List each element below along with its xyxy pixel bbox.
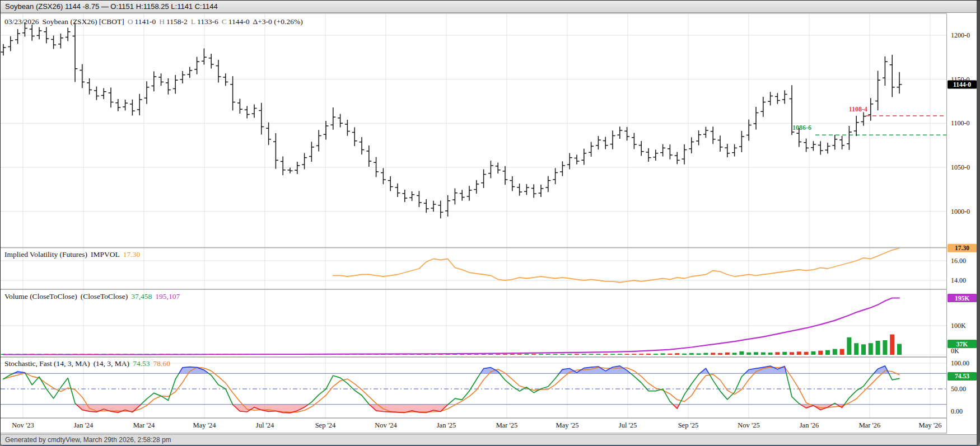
svg-text:Sep '25: Sep '25: [678, 421, 699, 429]
svg-text:Jul '25: Jul '25: [619, 421, 637, 429]
app-window: Soybean (ZSX26) 1144 -8.75 — O:1151 H:11…: [0, 0, 980, 446]
svg-text:Mar '26: Mar '26: [859, 421, 881, 429]
window-title-bar[interactable]: Soybean (ZSX26) 1144 -8.75 — O:1151 H:11…: [1, 1, 980, 13]
svg-text:0.00: 0.00: [951, 407, 963, 415]
svg-text:Sep '24: Sep '24: [315, 421, 336, 429]
svg-text:May '24: May '24: [193, 421, 217, 429]
svg-text:1144-0: 1144-0: [953, 81, 971, 88]
open-interest-badge: 195K: [948, 294, 977, 302]
implied-volatility-line: [333, 248, 899, 282]
volume-badge: 37K: [948, 340, 977, 348]
svg-text:1200-0: 1200-0: [951, 31, 970, 39]
price-bars: [1, 22, 902, 218]
last-price-badge: 1144-0: [948, 81, 977, 89]
svg-text:195K: 195K: [955, 295, 969, 302]
svg-text:37K: 37K: [956, 341, 968, 348]
svg-text:100K: 100K: [951, 322, 966, 330]
svg-text:1100-0: 1100-0: [951, 119, 970, 127]
window-right-edge[interactable]: [977, 1, 980, 446]
volume-bars: [1, 335, 902, 355]
svg-text:Nov '25: Nov '25: [738, 421, 759, 429]
svg-text:50.00: 50.00: [951, 385, 966, 393]
svg-text:1108-4: 1108-4: [849, 105, 867, 113]
svg-text:16.00: 16.00: [951, 257, 966, 265]
svg-text:May '25: May '25: [556, 421, 579, 429]
stochastic-plot: [1, 366, 946, 413]
x-axis-labels: Nov '23Jan '24Mar '24May '24Jul '24Sep '…: [12, 421, 941, 429]
svg-text:17.30: 17.30: [955, 245, 969, 251]
status-bar: Generated by cmdtyView, March 29th 2026,…: [1, 434, 980, 445]
svg-text:0K: 0K: [951, 347, 959, 355]
svg-text:14.00: 14.00: [951, 276, 966, 284]
svg-text:Jul '24: Jul '24: [256, 421, 274, 429]
svg-text:100.00: 100.00: [951, 359, 969, 367]
svg-text:Jan '26: Jan '26: [800, 421, 819, 429]
svg-text:Mar '25: Mar '25: [496, 421, 518, 429]
status-text: Generated by cmdtyView, March 29th 2026,…: [5, 436, 171, 444]
open-interest-line: [3, 298, 899, 355]
svg-text:1000-0: 1000-0: [951, 208, 970, 215]
svg-text:1050-0: 1050-0: [951, 163, 970, 171]
svg-text:Nov '23: Nov '23: [12, 421, 34, 429]
iv-badge: 17.30: [948, 244, 977, 252]
svg-text:1086-6: 1086-6: [792, 124, 811, 132]
stochastic-badge: 74.53: [948, 372, 977, 381]
chart-svg[interactable]: 1108-41086-61200-01150-01100-01050-01000…: [1, 13, 980, 434]
svg-text:May '26: May '26: [919, 421, 942, 429]
svg-text:Jan '24: Jan '24: [74, 421, 94, 429]
svg-text:74.53: 74.53: [955, 373, 969, 379]
chart-region[interactable]: 1108-41086-61200-01150-01100-01050-01000…: [1, 13, 980, 434]
svg-text:Nov '24: Nov '24: [375, 421, 397, 429]
window-title: Soybean (ZSX26) 1144 -8.75 — O:1151 H:11…: [5, 2, 218, 11]
svg-text:Mar '24: Mar '24: [133, 421, 155, 429]
svg-text:Jan '25: Jan '25: [437, 421, 456, 429]
